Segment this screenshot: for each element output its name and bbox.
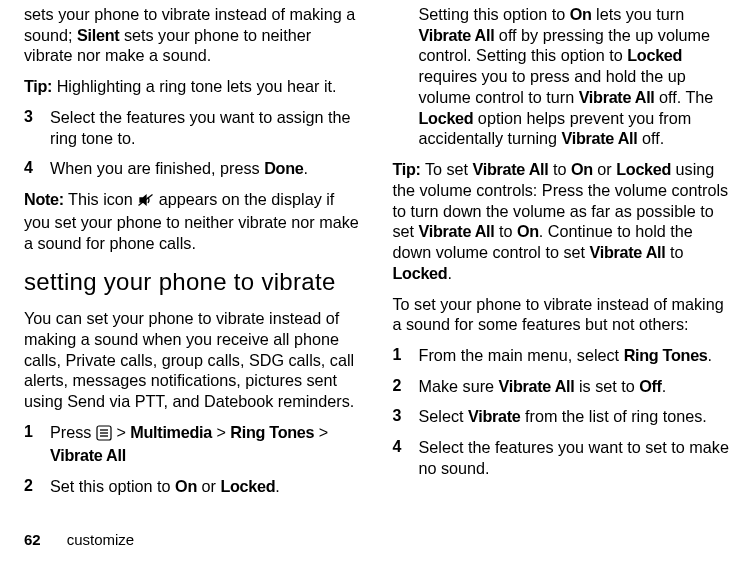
text: This icon bbox=[64, 190, 137, 208]
menu-key-icon bbox=[96, 425, 112, 446]
text: off. bbox=[637, 129, 664, 147]
bold-term: Multimedia bbox=[130, 423, 212, 441]
bold-term: On bbox=[570, 5, 592, 23]
right-column: Setting this option to On lets you turn … bbox=[393, 4, 730, 520]
bold-term: Vibrate All bbox=[419, 26, 495, 44]
text: > bbox=[212, 423, 230, 441]
step-text: Select the features you want to set to m… bbox=[419, 437, 730, 478]
text: or bbox=[197, 477, 220, 495]
step-number: 4 bbox=[24, 158, 50, 178]
step-number: 3 bbox=[24, 107, 50, 127]
bold-term: Locked bbox=[419, 109, 474, 127]
bold-term: On bbox=[517, 222, 539, 240]
text: Make sure bbox=[419, 377, 499, 395]
text: from the list of ring tones. bbox=[521, 407, 707, 425]
text: Setting this option to bbox=[419, 5, 570, 23]
note-paragraph: Note: This icon appears on the display i… bbox=[24, 189, 361, 253]
step-number: 2 bbox=[24, 476, 50, 496]
text: To set bbox=[421, 160, 473, 178]
body-text: Setting this option to On lets you turn … bbox=[393, 4, 730, 149]
text: From the main menu, select bbox=[419, 346, 624, 364]
bold-term: Vibrate All bbox=[499, 377, 575, 395]
bold-term: Locked bbox=[627, 46, 682, 64]
text: . bbox=[662, 377, 667, 395]
step-text: From the main menu, select Ring Tones. bbox=[419, 345, 730, 366]
text: > bbox=[112, 423, 130, 441]
body-text: To set your phone to vibrate instead of … bbox=[393, 294, 730, 335]
page-number: 62 bbox=[24, 531, 41, 548]
step-text: Set this option to On or Locked. bbox=[50, 476, 361, 497]
bold-term: On bbox=[175, 477, 197, 495]
text: to bbox=[548, 160, 571, 178]
bold-term: Vibrate All bbox=[50, 446, 126, 464]
bold-term: Locked bbox=[393, 264, 448, 282]
step-3: 3 Select Vibrate from the list of ring t… bbox=[393, 406, 730, 427]
bold-term: Ring Tones bbox=[230, 423, 314, 441]
step-3: 3 Select the features you want to assign… bbox=[24, 107, 361, 148]
tip-label: Tip: bbox=[393, 160, 421, 178]
footer-section-label: customize bbox=[67, 531, 135, 548]
text: . bbox=[447, 264, 452, 282]
body-text: sets your phone to vibrate instead of ma… bbox=[24, 4, 361, 66]
text: off. The bbox=[655, 88, 714, 106]
text: is set to bbox=[574, 377, 639, 395]
bold-term: On bbox=[571, 160, 593, 178]
bold-term: Silent bbox=[77, 26, 119, 44]
step-number: 2 bbox=[393, 376, 419, 396]
text: Highlighting a ring tone lets you hear i… bbox=[52, 77, 336, 95]
step-1: 1 Press > Multimedia > Ring Tones > Vibr… bbox=[24, 422, 361, 466]
text: Set this option to bbox=[50, 477, 175, 495]
bold-term: Locked bbox=[616, 160, 671, 178]
bold-term: Vibrate All bbox=[419, 222, 495, 240]
bold-term: Vibrate All bbox=[562, 129, 638, 147]
tip-paragraph: Tip: To set Vibrate All to On or Locked … bbox=[393, 159, 730, 283]
text: > bbox=[314, 423, 328, 441]
bold-term: Ring Tones bbox=[624, 346, 708, 364]
text: . bbox=[303, 159, 308, 177]
text: . bbox=[708, 346, 713, 364]
text: lets you turn bbox=[592, 5, 685, 23]
section-heading: setting your phone to vibrate bbox=[24, 267, 361, 298]
left-column: sets your phone to vibrate instead of ma… bbox=[24, 4, 361, 520]
no-sound-icon bbox=[137, 191, 154, 212]
step-number: 1 bbox=[24, 422, 50, 442]
step-text: Make sure Vibrate All is set to Off. bbox=[419, 376, 730, 397]
step-2: 2 Set this option to On or Locked. bbox=[24, 476, 361, 497]
bold-term: Off bbox=[639, 377, 661, 395]
step-4: 4 When you are finished, press Done. bbox=[24, 158, 361, 179]
bold-term: Vibrate All bbox=[579, 88, 655, 106]
bold-term: Done bbox=[264, 159, 303, 177]
tip-label: Tip: bbox=[24, 77, 52, 95]
step-text: Press > Multimedia > Ring Tones > Vibrat… bbox=[50, 422, 361, 466]
step-2: 2 Make sure Vibrate All is set to Off. bbox=[393, 376, 730, 397]
step-text: Select Vibrate from the list of ring ton… bbox=[419, 406, 730, 427]
step-text: When you are finished, press Done. bbox=[50, 158, 361, 179]
text: or bbox=[593, 160, 616, 178]
step-number: 3 bbox=[393, 406, 419, 426]
text: to bbox=[665, 243, 683, 261]
text: When you are finished, press bbox=[50, 159, 264, 177]
step-number: 1 bbox=[393, 345, 419, 365]
body-text: You can set your phone to vibrate instea… bbox=[24, 308, 361, 412]
step-4: 4 Select the features you want to set to… bbox=[393, 437, 730, 478]
tip-paragraph: Tip: Highlighting a ring tone lets you h… bbox=[24, 76, 361, 97]
note-label: Note: bbox=[24, 190, 64, 208]
bold-term: Vibrate bbox=[468, 407, 521, 425]
bold-term: Locked bbox=[220, 477, 275, 495]
bold-term: Vibrate All bbox=[473, 160, 549, 178]
bold-term: Vibrate All bbox=[590, 243, 666, 261]
page-footer: 62customize bbox=[24, 531, 134, 548]
text: Select bbox=[419, 407, 469, 425]
text: to bbox=[494, 222, 517, 240]
text: . bbox=[275, 477, 280, 495]
text: Press bbox=[50, 423, 96, 441]
step-text: Select the features you want to assign t… bbox=[50, 107, 361, 148]
page-content: sets your phone to vibrate instead of ma… bbox=[0, 0, 753, 520]
step-1: 1 From the main menu, select Ring Tones. bbox=[393, 345, 730, 366]
step-number: 4 bbox=[393, 437, 419, 457]
